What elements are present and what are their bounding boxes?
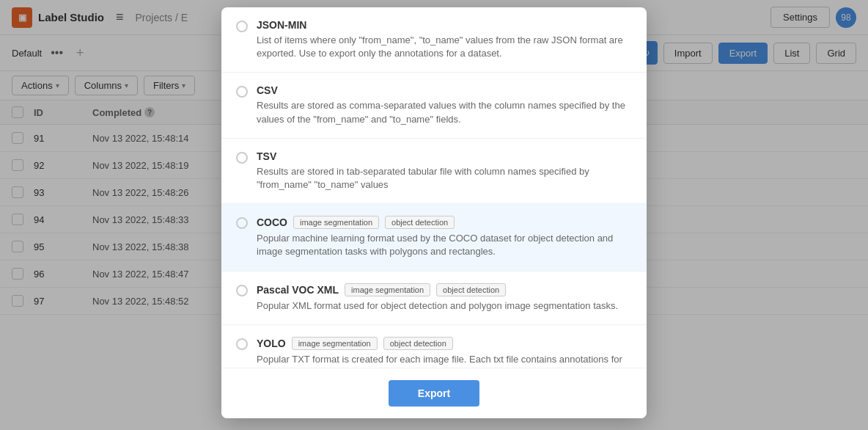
modal-scroll-area: JSON-MIN List of items where only "from_… xyxy=(221,7,647,418)
format-desc-pascal-voc: Popular XML format used for object detec… xyxy=(257,299,632,313)
format-tag: image segmentation xyxy=(345,283,430,296)
format-content-json-min: JSON-MIN List of items where only "from_… xyxy=(257,19,632,60)
format-radio-csv[interactable] xyxy=(236,86,248,98)
format-tag: image segmentation xyxy=(292,337,378,350)
format-desc-csv: Results are stored as comma-separated va… xyxy=(257,99,632,125)
format-title-row-tsv: TSV xyxy=(257,150,632,162)
modal-overlay: JSON-MIN List of items where only "from_… xyxy=(0,0,868,430)
format-item-tsv[interactable]: TSV Results are stored in tab-separated … xyxy=(221,139,647,204)
format-radio-json-min[interactable] xyxy=(236,21,248,32)
format-desc-json-min: List of items where only "from_name", "t… xyxy=(257,34,632,60)
format-content-tsv: TSV Results are stored in tab-separated … xyxy=(257,150,632,192)
format-title-row-json-min: JSON-MIN xyxy=(257,19,632,31)
format-name-yolo: YOLO xyxy=(257,338,286,349)
modal-export-button[interactable]: Export xyxy=(389,380,479,407)
format-radio-pascal-voc[interactable] xyxy=(236,285,248,296)
format-name-pascal-voc: Pascal VOC XML xyxy=(257,284,339,296)
format-tag: object detection xyxy=(385,216,455,229)
format-list: JSON-MIN List of items where only "from_… xyxy=(221,7,647,418)
format-content-csv: CSV Results are stored as comma-separate… xyxy=(257,84,632,125)
format-name-csv: CSV xyxy=(257,84,278,96)
app-background: ▣ Label Studio ≡ Projects / E Settings 9… xyxy=(0,0,868,430)
format-title-row-csv: CSV xyxy=(257,84,632,96)
format-name-coco: COCO xyxy=(257,216,287,228)
format-radio-yolo[interactable] xyxy=(236,338,248,350)
format-tag: object detection xyxy=(383,337,453,350)
format-title-row-yolo: YOLO image segmentationobject detection xyxy=(257,337,632,350)
format-title-row-pascal-voc: Pascal VOC XML image segmentationobject … xyxy=(257,283,632,296)
format-radio-coco[interactable] xyxy=(236,217,248,229)
format-content-pascal-voc: Pascal VOC XML image segmentationobject … xyxy=(257,283,632,313)
format-name-json-min: JSON-MIN xyxy=(257,19,306,31)
modal-footer: Export xyxy=(221,368,647,418)
format-desc-tsv: Results are stored in tab-separated tabu… xyxy=(257,165,632,192)
format-content-coco: COCO image segmentationobject detection … xyxy=(257,216,632,258)
export-modal: JSON-MIN List of items where only "from_… xyxy=(221,7,647,418)
format-tag: image segmentation xyxy=(293,216,379,229)
format-name-tsv: TSV xyxy=(257,150,276,162)
format-tag: object detection xyxy=(436,283,506,296)
format-item-pascal-voc[interactable]: Pascal VOC XML image segmentationobject … xyxy=(221,272,647,325)
format-item-csv[interactable]: CSV Results are stored as comma-separate… xyxy=(221,73,647,138)
format-title-row-coco: COCO image segmentationobject detection xyxy=(257,216,632,229)
format-desc-coco: Popular machine learning format used by … xyxy=(257,232,632,258)
format-radio-tsv[interactable] xyxy=(236,152,248,164)
format-item-json-min[interactable]: JSON-MIN List of items where only "from_… xyxy=(221,7,647,73)
format-item-coco[interactable]: COCO image segmentationobject detection … xyxy=(221,204,647,271)
